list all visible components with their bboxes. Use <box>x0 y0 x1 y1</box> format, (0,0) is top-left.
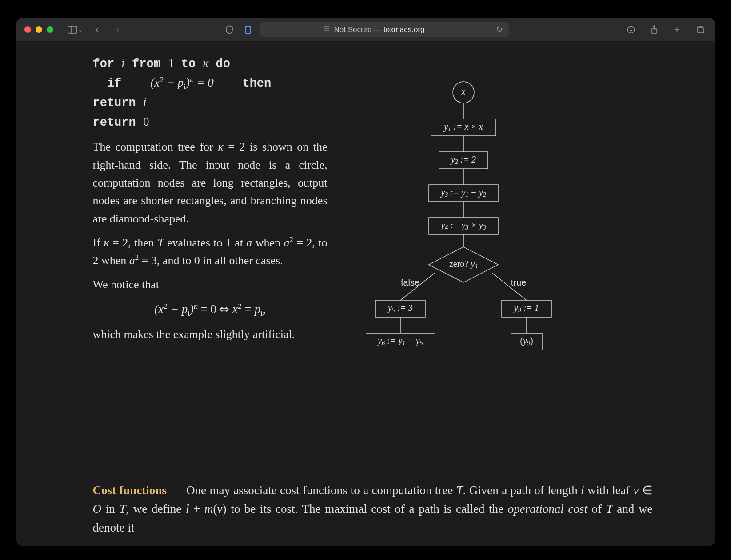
svg-text:y9 := 1: y9 := 1 <box>513 303 539 314</box>
svg-text:y5 := 3: y5 := 3 <box>387 303 412 314</box>
downloads-button[interactable] <box>624 23 638 36</box>
screen-icon[interactable] <box>241 23 255 36</box>
forward-button[interactable]: › <box>111 23 124 36</box>
reload-button[interactable]: ↻ <box>496 25 503 34</box>
tabs-button[interactable] <box>694 23 707 36</box>
svg-rect-0 <box>68 26 77 33</box>
new-tab-button[interactable]: + <box>671 23 684 36</box>
sidebar-toggle[interactable]: ⌄ <box>68 26 83 34</box>
minimize-button[interactable] <box>36 26 42 33</box>
svg-text:true: true <box>511 278 526 287</box>
window-controls <box>24 26 53 33</box>
math-display: (x2 − pi)κ = 0 ⇔ x2 = pi, <box>93 300 328 320</box>
svg-text:y2 := 2: y2 := 2 <box>450 155 475 166</box>
cost-functions-section: Cost functions One may associate cost fu… <box>93 481 653 537</box>
shield-icon[interactable] <box>223 23 236 36</box>
svg-text:y4 := y3 × y3: y4 := y3 × y3 <box>440 220 486 231</box>
pseudocode-block: for i from 1 to κ do if (x2 − pi)κ = 0 t… <box>93 54 328 132</box>
svg-text:zero? y4: zero? y4 <box>449 259 477 270</box>
paragraph-1: The computation tree for κ = 2 is shown … <box>93 138 328 227</box>
svg-text:x: x <box>461 87 465 96</box>
svg-rect-11 <box>698 28 704 33</box>
svg-text:y6 := y1 − y5: y6 := y1 − y5 <box>377 336 423 347</box>
page-content: for i from 1 to κ do if (x2 − pi)κ = 0 t… <box>16 42 715 546</box>
diagram-column: x y1 := x × x y2 := 2 y3 := y1 − y2 y4 :… <box>366 54 561 546</box>
svg-text:y1 := x × x: y1 := x × x <box>443 122 483 133</box>
svg-text:(y9): (y9) <box>520 336 533 347</box>
computation-tree-diagram: x y1 := x × x y2 := 2 y3 := y1 − y2 y4 :… <box>366 79 561 399</box>
address-bar[interactable]: Not Secure — texmacs.org ↻ <box>260 22 509 37</box>
address-text: Not Secure — texmacs.org <box>334 25 424 34</box>
fullscreen-button[interactable] <box>47 26 53 33</box>
left-column: for i from 1 to κ do if (x2 − pi)κ = 0 t… <box>93 54 328 546</box>
svg-rect-2 <box>245 26 251 33</box>
titlebar: ⌄ ‹ › Not Secure — texmacs.org ↻ <box>16 18 715 42</box>
browser-window: ⌄ ‹ › Not Secure — texmacs.org ↻ <box>16 18 715 546</box>
svg-text:false: false <box>400 278 419 287</box>
back-button[interactable]: ‹ <box>91 23 104 36</box>
close-button[interactable] <box>24 26 31 33</box>
reader-icon[interactable] <box>323 25 330 34</box>
svg-text:y3 := y1 − y2: y3 := y1 − y2 <box>440 187 486 199</box>
share-button[interactable] <box>647 23 661 36</box>
paragraph-2: If κ = 2, then T evaluates to 1 at a whe… <box>93 234 328 270</box>
section-heading: Cost functions <box>93 484 167 497</box>
paragraph-4: which makes the example slightly artific… <box>93 326 328 343</box>
paragraph-3: We notice that <box>93 276 328 294</box>
